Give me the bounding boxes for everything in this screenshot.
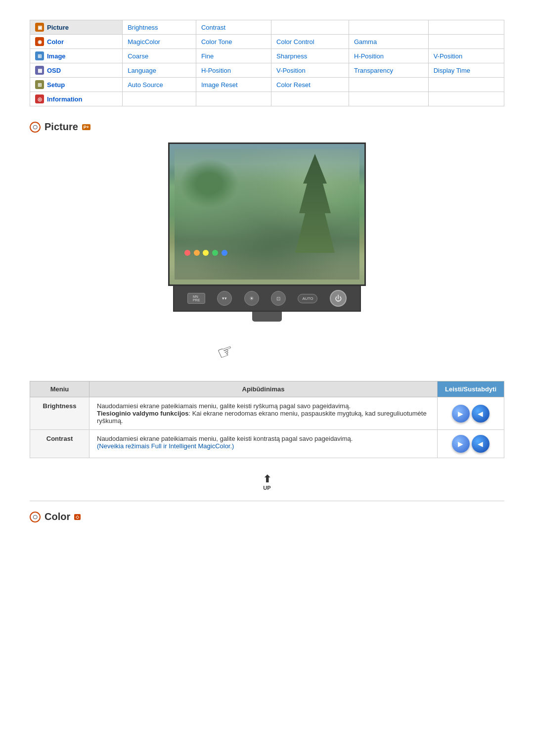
desc-contrast-controls[interactable]: ▶ ◀ [437, 430, 504, 458]
nav-menu-image[interactable]: ⊞ Image [30, 49, 123, 63]
nav-cell-4-0[interactable]: Auto Source [123, 78, 196, 92]
brightness-back-btn[interactable]: ◀ [472, 405, 490, 423]
nav-link-sharpness[interactable]: Sharpness [276, 52, 307, 60]
desc-brightness-desc: Naudodamiesi ekrane pateikiamais meniu, … [89, 397, 438, 430]
picture-heading-text: Picture [44, 121, 78, 133]
nav-label-information: Information [47, 95, 83, 103]
nav-label-color: Color [47, 38, 64, 46]
desc-contrast-desc: Naudodamiesi ekrane pateikiamais meniu, … [89, 430, 438, 458]
nav-menu-picture[interactable]: ▣ Picture [30, 20, 123, 35]
picture-heading-icon: ○ [30, 122, 41, 133]
dot-red [184, 250, 190, 256]
desc-table: Meniu Apibūdinimas Leisti/Sustabdyti Bri… [30, 381, 504, 458]
up-label: UP [263, 485, 270, 491]
nav-icon-color: ◉ [35, 37, 44, 46]
nav-link-color-control[interactable]: Color Control [276, 38, 314, 46]
monitor-controls: MNPRE ▾▾ ☀ ⊡ AUTO ⏻ [173, 286, 361, 312]
nav-cell-1-3[interactable]: Gamma [349, 35, 428, 49]
nav-cell-3-1[interactable]: H-Position [196, 63, 271, 78]
nav-cell-3-0[interactable]: Language [123, 63, 196, 78]
contrast-forward-btn[interactable]: ▶ [452, 435, 470, 453]
nav-cell-5-1 [196, 92, 271, 106]
monitor-wrapper: MNPRE ▾▾ ☀ ⊡ AUTO ⏻ [168, 142, 366, 322]
nav-link-v-position[interactable]: V-Position [276, 67, 306, 74]
dot-orange [194, 250, 200, 256]
nav-cell-2-2[interactable]: Sharpness [271, 49, 349, 63]
nav-label-image: Image [47, 52, 66, 60]
nav-cell-2-1[interactable]: Fine [196, 49, 271, 63]
foliage-overlay [179, 159, 239, 208]
nav-cell-1-0[interactable]: MagicColor [123, 35, 196, 49]
ground-overlay [170, 255, 364, 284]
desc-contrast-label: Contrast [30, 430, 89, 458]
brightness-forward-btn[interactable]: ▶ [452, 405, 470, 423]
nav-cell-1-1[interactable]: Color Tone [196, 35, 271, 49]
nav-link-image-reset[interactable]: Image Reset [201, 81, 238, 89]
nav-link-contrast[interactable]: Contrast [201, 24, 225, 31]
nav-cell-5-4 [428, 92, 504, 106]
hand-icon: ☞ [215, 339, 236, 364]
nav-link-transparency[interactable]: Transparency [354, 67, 393, 74]
color-heading-badge: ◇ [74, 514, 81, 520]
nav-link-magiccolor[interactable]: MagicColor [128, 38, 160, 46]
nav-cell-1-2[interactable]: Color Control [271, 35, 349, 49]
nav-menu-osd[interactable]: ▦ OSD [30, 63, 123, 78]
nav-link-v-position[interactable]: V-Position [434, 52, 463, 60]
nav-link-brightness[interactable]: Brightness [128, 24, 158, 31]
colorful-dots [184, 250, 229, 257]
nav-link-display-time[interactable]: Display Time [434, 67, 470, 74]
ctrl-btn-auto[interactable]: AUTO [298, 294, 317, 303]
ctrl-btn-down[interactable]: ▾▾ [217, 291, 232, 306]
monitor-container: MNPRE ▾▾ ☀ ⊡ AUTO ⏻ [30, 142, 504, 322]
nav-icon-osd: ▦ [35, 66, 44, 75]
nav-menu-setup[interactable]: ⊞ Setup [30, 78, 123, 92]
ctrl-btn-brightness[interactable]: ☀ [244, 291, 259, 306]
nav-cell-3-2[interactable]: V-Position [271, 63, 349, 78]
nav-cell-0-4 [428, 20, 504, 35]
nav-cell-2-3[interactable]: H-Position [349, 49, 428, 63]
desc-brightness-controls[interactable]: ▶ ◀ [437, 397, 504, 430]
nav-cell-4-2[interactable]: Color Reset [271, 78, 349, 92]
nav-cell-3-4[interactable]: Display Time [428, 63, 504, 78]
nav-cell-3-3[interactable]: Transparency [349, 63, 428, 78]
nav-menu-information[interactable]: ◎ Information [30, 92, 123, 106]
nav-cell-0-1[interactable]: Contrast [196, 20, 271, 35]
desc-col3-header: Leisti/Sustabdyti [437, 381, 504, 397]
nav-cell-0-3 [349, 20, 428, 35]
nav-cell-4-4 [428, 78, 504, 92]
ctrl-btn-power[interactable]: ⏻ [330, 290, 347, 307]
nav-link-fine[interactable]: Fine [201, 52, 214, 60]
nav-link-color-reset[interactable]: Color Reset [276, 81, 311, 89]
nav-cell-0-2 [271, 20, 349, 35]
desc-col2-header: Apibūdinimas [89, 381, 438, 397]
nav-cell-5-0 [123, 92, 196, 106]
monitor-stand [252, 312, 282, 322]
nav-link-color-tone[interactable]: Color Tone [201, 38, 232, 46]
nav-link-h-position[interactable]: H-Position [354, 52, 384, 60]
nav-cell-2-4[interactable]: V-Position [428, 49, 504, 63]
contrast-back-btn[interactable]: ◀ [472, 435, 490, 453]
nav-label-setup: Setup [47, 81, 65, 89]
color-heading-icon: ○ [30, 512, 41, 522]
nav-link-auto-source[interactable]: Auto Source [128, 81, 163, 89]
nav-link-h-position[interactable]: H-Position [201, 67, 231, 74]
nav-cell-0-0[interactable]: Brightness [123, 20, 196, 35]
nav-cell-4-1[interactable]: Image Reset [196, 78, 271, 92]
nav-cell-2-0[interactable]: Coarse [123, 49, 196, 63]
dot-blue [222, 250, 227, 256]
monitor-screen [168, 142, 366, 286]
nav-link-language[interactable]: Language [128, 67, 156, 74]
nav-icon-picture: ▣ [35, 23, 44, 32]
nav-icon-setup: ⊞ [35, 80, 44, 89]
nav-link-gamma[interactable]: Gamma [354, 38, 377, 46]
color-section-heading: ○ Color ◇ [30, 511, 504, 522]
up-arrow-area: ⬆ UP [30, 473, 504, 491]
nav-menu-color[interactable]: ◉ Color [30, 35, 123, 49]
nav-icon-information: ◎ [35, 94, 44, 103]
ctrl-btn-mn[interactable]: MNPRE [187, 293, 205, 304]
ctrl-btn-menu[interactable]: ⊡ [271, 291, 286, 306]
nav-icon-image: ⊞ [35, 51, 44, 60]
nav-link-coarse[interactable]: Coarse [128, 52, 148, 60]
nav-cell-4-3 [349, 78, 428, 92]
nav-cell-5-3 [349, 92, 428, 106]
